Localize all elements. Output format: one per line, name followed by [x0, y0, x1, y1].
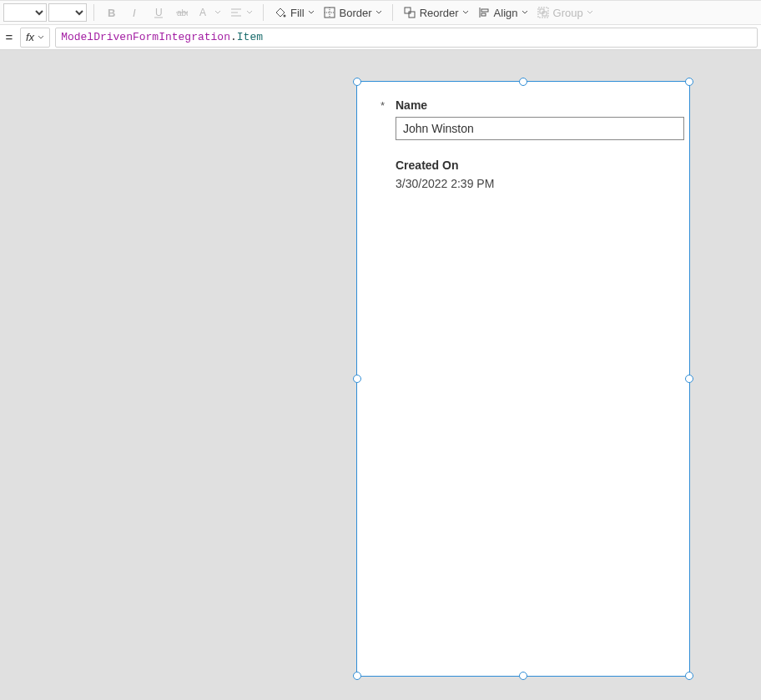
underline-button[interactable]: U	[148, 2, 169, 23]
chevron-down-icon	[38, 34, 44, 41]
chevron-down-icon	[522, 9, 528, 16]
reorder-icon	[403, 6, 416, 19]
toolbar-separator	[93, 4, 94, 21]
underline-icon: U	[152, 6, 165, 19]
svg-rect-18	[481, 13, 486, 16]
chevron-down-icon	[308, 9, 315, 16]
font-color-icon: A	[198, 6, 211, 19]
formula-token-object: ModelDrivenFormIntegration	[61, 31, 230, 43]
group-label: Group	[553, 7, 583, 19]
align-left-icon	[229, 6, 243, 19]
toolbar-separator	[392, 4, 393, 21]
form-body: * Name Created On 3/30/2022 2:39 PM	[357, 82, 689, 676]
selected-screen[interactable]: * Name Created On 3/30/2022 2:39 PM	[356, 81, 690, 677]
chevron-down-icon	[246, 9, 253, 16]
formula-input[interactable]: ModelDrivenFormIntegration.Item	[55, 28, 758, 48]
align-icon	[477, 6, 491, 19]
font-color-button[interactable]: A	[194, 2, 224, 23]
font-family-select[interactable]	[3, 3, 47, 22]
border-button[interactable]: Border	[320, 2, 386, 23]
resize-handle-bottom-right[interactable]	[685, 672, 693, 680]
required-indicator: *	[380, 100, 387, 111]
bold-button[interactable]: B	[101, 2, 123, 23]
font-size-select[interactable]	[48, 3, 87, 22]
align-label: Align	[494, 7, 518, 19]
created-on-label: Created On	[396, 159, 666, 172]
svg-text:B: B	[108, 7, 115, 18]
chevron-down-icon	[462, 9, 469, 16]
fill-label: Fill	[290, 7, 305, 19]
svg-text:I: I	[133, 7, 136, 18]
align-button[interactable]: Align	[474, 2, 532, 23]
toolbar-separator	[263, 4, 264, 21]
resize-handle-middle-left[interactable]	[353, 375, 361, 383]
bold-icon: B	[105, 6, 118, 19]
resize-handle-bottom-left[interactable]	[353, 672, 361, 680]
group-icon	[537, 6, 550, 19]
name-label: Name	[396, 98, 427, 112]
strikethrough-icon: abc	[175, 6, 189, 19]
resize-handle-bottom-middle[interactable]	[519, 672, 527, 680]
fill-icon	[274, 6, 287, 19]
reorder-label: Reorder	[420, 7, 459, 19]
group-button[interactable]: Group	[533, 2, 597, 23]
italic-icon: I	[129, 6, 142, 19]
chevron-down-icon	[214, 9, 221, 16]
name-field-row: * Name	[380, 98, 666, 112]
svg-rect-17	[481, 9, 488, 12]
border-label: Border	[340, 7, 372, 19]
svg-text:U: U	[155, 7, 163, 18]
border-icon	[323, 6, 336, 19]
chevron-down-icon	[587, 9, 593, 16]
svg-point-10	[284, 15, 286, 18]
formula-token-dot: .	[230, 31, 237, 43]
svg-rect-15	[409, 12, 415, 18]
resize-handle-middle-right[interactable]	[685, 375, 693, 383]
fx-button[interactable]: fx	[20, 28, 50, 48]
format-toolbar: B I U abc A	[0, 0, 761, 25]
resize-handle-top-middle[interactable]	[519, 78, 527, 86]
reorder-button[interactable]: Reorder	[400, 2, 472, 23]
resize-handle-top-right[interactable]	[685, 78, 693, 86]
svg-rect-14	[405, 8, 411, 13]
chevron-down-icon	[375, 9, 382, 16]
name-input[interactable]	[396, 117, 684, 140]
formula-bar: = fx ModelDrivenFormIntegration.Item	[0, 25, 761, 50]
fx-icon: fx	[26, 31, 34, 43]
strikethrough-button[interactable]: abc	[171, 2, 193, 23]
created-on-value: 3/30/2022 2:39 PM	[396, 177, 666, 190]
equals-label: =	[3, 30, 15, 44]
fill-button[interactable]: Fill	[270, 2, 318, 23]
design-canvas[interactable]: * Name Created On 3/30/2022 2:39 PM	[0, 50, 761, 700]
formula-token-prop: Item	[237, 31, 263, 43]
svg-text:A: A	[199, 7, 206, 18]
italic-button[interactable]: I	[124, 2, 146, 23]
text-align-button[interactable]	[226, 2, 256, 23]
resize-handle-top-left[interactable]	[353, 78, 361, 86]
